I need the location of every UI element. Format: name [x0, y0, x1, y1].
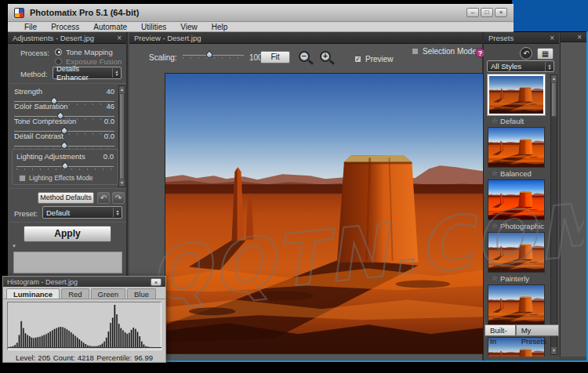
preset-label-row: ☆Painterly: [486, 273, 549, 282]
scrollbar-thumb[interactable]: [551, 82, 557, 117]
method-label: Method:: [20, 70, 47, 78]
slider-head: Color Saturation46: [14, 102, 114, 110]
scaling-slider[interactable]: [183, 49, 244, 60]
scrollbar-thumb[interactable]: [119, 93, 125, 179]
title-bar[interactable]: Photomatix Pro 5.1 (64-bit) –□×: [8, 4, 514, 22]
histogram-title-bar[interactable]: Histogram - Desert.jpg ×: [3, 277, 165, 287]
radio-icon[interactable]: [55, 49, 62, 56]
preset-item-default[interactable]: ☆Default: [486, 74, 549, 125]
selection-mode-checkbox[interactable]: [412, 48, 419, 55]
window-maximize-button[interactable]: □: [481, 8, 493, 17]
preset-note-box: [13, 252, 122, 273]
stat-value: 96.99: [134, 353, 153, 362]
lighting-slider[interactable]: [16, 161, 114, 171]
adjustments-scrollbar[interactable]: ▲ ▼: [118, 85, 125, 187]
scroll-down-icon[interactable]: ▼: [551, 347, 557, 354]
close-icon[interactable]: ×: [550, 34, 554, 42]
star-icon[interactable]: ☆: [492, 169, 498, 177]
scroll-down-icon[interactable]: ▼: [119, 179, 125, 186]
menu-utilities[interactable]: Utilities: [134, 23, 173, 31]
tab-built-in[interactable]: Built-In: [485, 324, 516, 336]
preset-item-balanced[interactable]: ☆Balanced: [486, 127, 549, 177]
menu-view[interactable]: View: [173, 23, 205, 31]
preset-label: Photographic: [500, 222, 544, 230]
spinner-icon[interactable]: ▴▾: [113, 208, 118, 217]
selection-mode-label: Selection Mode: [423, 47, 477, 56]
tab-my-presets[interactable]: My Presets: [516, 324, 559, 336]
preset-select[interactable]: Default ▴▾: [42, 206, 122, 219]
preset-thumbnail[interactable]: [488, 127, 545, 168]
histogram-stat: Level:205: [16, 353, 50, 362]
histogram-stats: Level:205Count:4218Percentile:96.99: [3, 353, 165, 362]
preset-label-row: ☆Photographic: [486, 220, 549, 230]
method-select[interactable]: Details Enhancer ▴▾: [53, 67, 122, 79]
presets-header-label: Presets: [488, 34, 514, 42]
back-arrow-icon[interactable]: ↶: [520, 47, 532, 60]
histogram-tab-blue[interactable]: Blue: [127, 288, 156, 299]
menu-process[interactable]: Process: [44, 23, 86, 31]
spinner-icon[interactable]: ▴▾: [112, 68, 118, 78]
fit-button[interactable]: Fit: [260, 51, 290, 63]
preview-header[interactable]: Preview - Desert.jpg: [129, 32, 482, 44]
histogram-tab-green[interactable]: Green: [91, 288, 125, 299]
zoom-out-icon[interactable]: −: [299, 51, 310, 62]
style-filter-select[interactable]: All Styles ▴▾: [487, 60, 554, 72]
star-icon[interactable]: ☆: [492, 274, 498, 282]
stat-label: Percentile:: [96, 353, 132, 362]
stat-label: Level:: [16, 353, 35, 362]
redo-icon[interactable]: ↷: [112, 192, 125, 204]
adjustments-header[interactable]: Adjustments - Desert.jpg ×: [8, 32, 126, 44]
window-close-button[interactable]: ×: [495, 8, 507, 17]
window-minimize-button[interactable]: –: [466, 8, 479, 17]
desktop-background: [512, 0, 588, 31]
preset-thumbnail[interactable]: [488, 74, 545, 115]
histogram-tab-luminance[interactable]: Luminance: [6, 288, 60, 299]
presets-scrollbar[interactable]: ▲ ▼: [550, 74, 557, 355]
close-icon[interactable]: ×: [577, 33, 582, 42]
star-icon[interactable]: ☆: [492, 117, 498, 125]
process-option-row: Tone Mapping: [55, 47, 122, 56]
preset-thumbnail[interactable]: [488, 232, 545, 273]
preview-checkbox-label: Preview: [365, 55, 394, 63]
method-value: Details Enhancer: [56, 64, 112, 81]
side-panel-header[interactable]: ×: [561, 32, 586, 42]
undo-icon[interactable]: ↶: [97, 192, 110, 204]
scroll-up-icon[interactable]: ▲: [119, 86, 125, 93]
zoom-in-icon[interactable]: +: [320, 51, 331, 62]
presets-header[interactable]: Presets ×: [484, 32, 559, 44]
stat-value: 4218: [78, 353, 94, 362]
preview-checkbox[interactable]: ✓: [354, 56, 361, 63]
scroll-up-icon[interactable]: ▲: [551, 75, 557, 82]
preset-label: Preset:: [14, 209, 38, 218]
histogram-tab-red[interactable]: Red: [61, 288, 89, 299]
preview-image[interactable]: [165, 74, 483, 353]
preview-image-frame: [165, 73, 484, 354]
apply-button[interactable]: Apply: [24, 226, 111, 242]
scaling-label: Scaling:: [149, 53, 177, 62]
slider-value: 40: [106, 87, 114, 96]
star-icon[interactable]: ☆: [492, 222, 498, 230]
menu-help[interactable]: Help: [205, 23, 235, 31]
collapse-triangle-icon[interactable]: ▼: [12, 244, 16, 248]
preset-item-painterly[interactable]: ☆Painterly: [486, 232, 549, 282]
slider-label: Color Saturation: [14, 102, 68, 110]
spinner-icon[interactable]: ▴▾: [545, 62, 550, 71]
process-label: Process:: [20, 49, 49, 57]
close-icon[interactable]: ×: [151, 278, 162, 286]
histogram-stat: Percentile:96.99: [96, 353, 153, 362]
lighting-effects-checkbox[interactable]: [19, 175, 26, 182]
close-icon[interactable]: ×: [117, 34, 122, 42]
slider-label: Detail Contrast: [14, 132, 64, 140]
grid-view-icon[interactable]: ▦: [537, 48, 554, 60]
lighting-value: 0.0: [103, 152, 114, 161]
method-defaults-button[interactable]: Method Defaults: [38, 192, 94, 204]
preset-thumbnail[interactable]: [488, 179, 545, 220]
process-options: Tone MappingExposure Fusion: [55, 47, 122, 66]
preset-item-photographic[interactable]: ☆Photographic: [486, 179, 549, 230]
slider-label: Strength: [14, 87, 42, 96]
menu-file[interactable]: File: [17, 23, 44, 31]
histogram-window[interactable]: Histogram - Desert.jpg × LuminanceRedGre…: [2, 276, 166, 363]
style-filter-value: All Styles: [491, 62, 521, 71]
preset-thumbnail[interactable]: [488, 284, 545, 325]
menu-automate[interactable]: Automate: [86, 23, 134, 31]
